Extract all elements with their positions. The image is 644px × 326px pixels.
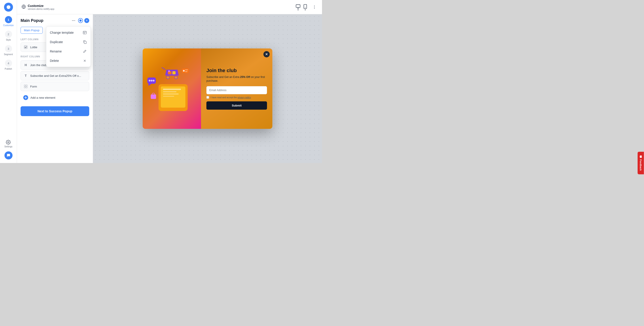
step-label-style: Style bbox=[6, 39, 11, 41]
privacy-policy-link[interactable]: privacy policy bbox=[238, 96, 251, 99]
nav-step-segment[interactable]: 3 Segment bbox=[4, 45, 13, 56]
add-indicator[interactable]: + bbox=[84, 18, 89, 23]
menu-item-change-template[interactable]: Change template bbox=[46, 28, 90, 37]
duplicate-label: Duplicate bbox=[50, 40, 63, 44]
svg-marker-41 bbox=[148, 84, 152, 86]
popup-subtitle-bold: 25% Off bbox=[240, 75, 250, 79]
svg-point-43 bbox=[151, 80, 152, 81]
form-icon bbox=[24, 84, 28, 89]
svg-point-10 bbox=[314, 7, 315, 7]
menu-item-delete[interactable]: Delete bbox=[46, 56, 90, 65]
checkbox-label: I have read and accept the privacy polic… bbox=[210, 96, 251, 99]
duplicate-icon bbox=[82, 40, 87, 44]
svg-point-35 bbox=[166, 76, 169, 79]
svg-point-9 bbox=[314, 5, 315, 6]
svg-rect-18 bbox=[24, 87, 26, 88]
nav-settings[interactable]: Settings bbox=[4, 140, 12, 148]
context-menu: Change template Duplicate Rename De bbox=[46, 26, 91, 67]
svg-rect-19 bbox=[26, 87, 27, 88]
menu-item-duplicate[interactable]: Duplicate bbox=[46, 37, 90, 47]
join-club-label: Join the club bbox=[30, 63, 46, 67]
chat-icon bbox=[6, 154, 10, 158]
panel-title: Main Popup bbox=[20, 18, 44, 23]
plus-icon bbox=[24, 96, 27, 99]
step-circle-4: 4 bbox=[5, 60, 12, 67]
logo-icon bbox=[6, 5, 11, 9]
step-label-segment: Segment bbox=[4, 53, 13, 56]
settings-label: Settings bbox=[4, 145, 12, 148]
next-button[interactable]: Next to Success Popup bbox=[20, 106, 89, 116]
globe-icon bbox=[22, 4, 26, 9]
svg-rect-4 bbox=[296, 4, 300, 7]
chat-button[interactable] bbox=[4, 151, 12, 160]
svg-point-12 bbox=[72, 20, 73, 21]
panel-header: Main Popup + bbox=[20, 18, 89, 23]
panel-more-button[interactable] bbox=[71, 18, 76, 23]
device-switcher bbox=[296, 4, 308, 10]
step-circle-1: 1 bbox=[5, 16, 12, 23]
more-options-button[interactable] bbox=[311, 4, 318, 10]
subscribe-element-row[interactable]: T Subscribe and Get an Extra25% Off o... bbox=[20, 71, 89, 80]
page-title: Customize bbox=[28, 4, 296, 7]
top-bar: Customize version-demo.netlify.app bbox=[17, 0, 322, 14]
right-column-label: RIGHT COLUMN bbox=[20, 55, 40, 58]
site-url: version-demo.netlify.app bbox=[28, 7, 296, 10]
svg-rect-49 bbox=[151, 94, 156, 99]
svg-rect-30 bbox=[163, 89, 181, 90]
more-dots-icon bbox=[312, 5, 317, 9]
svg-point-36 bbox=[175, 76, 177, 79]
popup-close-button[interactable]: ✕ bbox=[264, 51, 270, 57]
site-info: Customize version-demo.netlify.app bbox=[28, 4, 296, 10]
svg-point-11 bbox=[314, 8, 315, 9]
globe-icon-wrapper bbox=[22, 4, 26, 10]
step-circle-2: 2 bbox=[5, 31, 12, 38]
duplicate-svg-icon bbox=[83, 40, 87, 44]
circle-indicator-1 bbox=[78, 18, 83, 23]
svg-rect-16 bbox=[24, 85, 26, 86]
svg-rect-38 bbox=[172, 71, 176, 74]
submit-button[interactable]: Submit bbox=[206, 101, 267, 110]
nav-step-style[interactable]: 2 Style bbox=[5, 31, 12, 41]
add-element-label: Add a new element bbox=[30, 96, 55, 99]
add-element-row[interactable]: Add a new element bbox=[20, 92, 89, 103]
text-icon: T bbox=[24, 73, 28, 78]
circle-inner bbox=[80, 19, 82, 22]
mobile-device-btn[interactable] bbox=[303, 4, 308, 10]
tab-main-popup[interactable]: Main Popup bbox=[20, 27, 43, 34]
menu-item-rename[interactable]: Rename bbox=[46, 47, 90, 56]
svg-point-44 bbox=[153, 80, 154, 81]
checkbox-row: I have read and accept the privacy polic… bbox=[206, 96, 267, 99]
rename-icon bbox=[82, 49, 87, 54]
desktop-device-btn[interactable] bbox=[296, 4, 300, 10]
mobile-indicator bbox=[305, 9, 306, 10]
template-svg-icon bbox=[83, 31, 87, 35]
svg-point-14 bbox=[74, 20, 75, 21]
add-element-icon bbox=[23, 95, 28, 100]
svg-rect-39 bbox=[168, 70, 170, 72]
app-logo[interactable] bbox=[4, 3, 13, 12]
mobile-icon bbox=[303, 4, 308, 9]
form-element-row[interactable]: Form bbox=[20, 82, 89, 91]
svg-rect-17 bbox=[26, 85, 27, 86]
nav-step-publish[interactable]: 4 Publish bbox=[5, 60, 12, 70]
popup-title: Join the club bbox=[206, 68, 267, 73]
svg-point-42 bbox=[149, 80, 150, 81]
email-input[interactable] bbox=[206, 86, 267, 94]
svg-rect-22 bbox=[83, 31, 86, 34]
gear-icon bbox=[6, 140, 11, 145]
popup-illustration-svg bbox=[143, 60, 201, 118]
lottie-label: Lottie bbox=[30, 45, 37, 49]
rename-label: Rename bbox=[50, 50, 62, 53]
popup-left-panel bbox=[143, 48, 201, 129]
desktop-icon bbox=[296, 4, 300, 9]
template-icon bbox=[82, 30, 87, 35]
form-label: Form bbox=[30, 85, 37, 88]
heading-icon: H bbox=[24, 63, 28, 67]
svg-rect-33 bbox=[163, 96, 174, 97]
popup-right-panel: Join the club Subscribe and Get an Extra… bbox=[201, 48, 272, 129]
subscribe-label: Subscribe and Get an Extra25% Off o... bbox=[30, 74, 81, 77]
nav-step-customize[interactable]: 1 Customize bbox=[3, 16, 14, 26]
privacy-checkbox[interactable] bbox=[206, 96, 209, 99]
nav-bar: 1 Customize 2 Style 3 Segment 4 Publish … bbox=[0, 0, 17, 163]
change-template-label: Change template bbox=[50, 31, 74, 34]
